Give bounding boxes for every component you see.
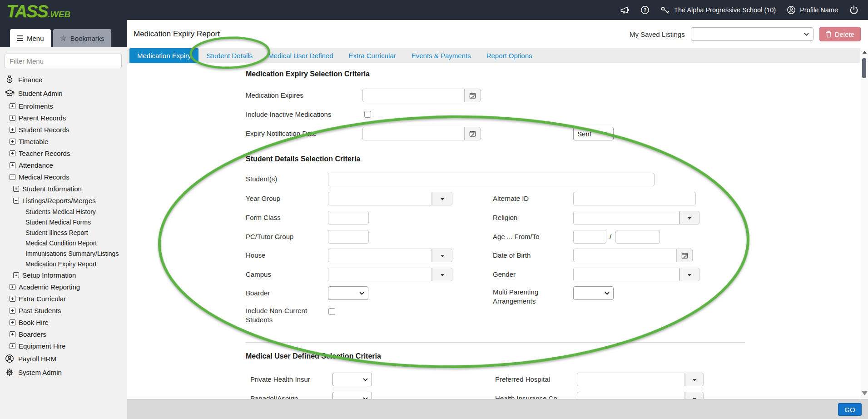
sidebar-item-students-medical-history[interactable]: Students Medical History <box>0 206 127 217</box>
religion-dropdown-button[interactable] <box>680 211 699 224</box>
gender-input[interactable] <box>573 268 680 281</box>
private-health-select[interactable] <box>332 373 372 386</box>
filter-menu-input[interactable] <box>5 54 122 68</box>
sidebar-item-label: Payroll HRM <box>18 355 56 363</box>
scroll-up-icon[interactable] <box>860 49 868 55</box>
sidebar-item-immunisations-summary-listings[interactable]: Immunisations Summary/Listings <box>0 248 127 259</box>
help-icon[interactable]: ? <box>640 5 650 15</box>
go-button[interactable]: GO <box>838 403 862 416</box>
expand-icon[interactable]: + <box>10 308 15 314</box>
expand-icon[interactable]: + <box>10 162 15 168</box>
sidebar-item-past-students[interactable]: +Past Students <box>0 304 127 316</box>
expand-icon[interactable]: + <box>13 272 19 278</box>
sidebar-item-medication-expiry-report[interactable]: Medication Expiry Report <box>0 259 127 269</box>
sidebar-item-equipment-hire[interactable]: +Equipment Hire <box>0 340 127 352</box>
include-non-current-checkbox[interactable] <box>328 308 335 315</box>
sidebar-item-attendance[interactable]: +Attendance <box>0 159 127 171</box>
pc-tutor-group-input[interactable] <box>328 230 369 244</box>
sidebar-item-student-illness-report[interactable]: Student Illness Report <box>0 227 127 238</box>
tass-logo[interactable]: TASS.WEB <box>6 2 70 21</box>
sidebar-item-student-records[interactable]: +Student Records <box>0 124 127 135</box>
date-of-birth-input[interactable] <box>573 249 677 262</box>
medication-expires-input[interactable] <box>362 89 465 102</box>
sidebar-item-medical-records[interactable]: −Medical Records <box>0 171 127 183</box>
sidebar-item-extra-curricular[interactable]: +Extra Curricular <box>0 293 127 304</box>
section-divider <box>246 342 745 343</box>
sidebar-item-system-admin[interactable]: System Admin <box>0 365 127 379</box>
scrollbar-thumb[interactable] <box>862 58 866 78</box>
scroll-down-icon[interactable] <box>860 390 868 396</box>
expand-icon[interactable]: + <box>10 115 15 121</box>
expiry-notification-input[interactable] <box>362 127 465 140</box>
year-group-dropdown-button[interactable] <box>432 192 452 205</box>
sidebar-item-listings-reports-merges[interactable]: −Listings/Reports/Merges <box>0 195 127 206</box>
sidebar-item-timetable[interactable]: +Timetable <box>0 135 127 147</box>
include-inactive-checkbox[interactable] <box>364 111 371 118</box>
tab-medication-expiry[interactable]: Medication Expiry <box>129 48 198 63</box>
preferred-hospital-input[interactable] <box>577 373 685 386</box>
school-switcher[interactable]: The Alpha Progressive School (10) <box>660 6 776 15</box>
page-title: Medication Expiry Report <box>134 20 220 48</box>
vertical-scrollbar[interactable] <box>860 48 868 399</box>
expand-icon[interactable]: + <box>10 150 15 156</box>
saved-listings-select[interactable] <box>691 27 813 41</box>
sidebar-item-setup-information[interactable]: +Setup Information <box>0 269 127 281</box>
religion-input[interactable] <box>573 211 680 224</box>
tab-extra-curricular[interactable]: Extra Curricular <box>341 48 404 63</box>
age-to-input[interactable] <box>615 230 660 244</box>
house-input[interactable] <box>328 249 432 262</box>
sidebar-item-book-hire[interactable]: +Book Hire <box>0 316 127 328</box>
collapse-icon[interactable]: − <box>13 198 19 204</box>
multi-parenting-select[interactable] <box>573 286 614 300</box>
expand-icon[interactable]: + <box>10 331 15 337</box>
expand-icon[interactable]: + <box>10 343 15 349</box>
dropdown-arrow-icon <box>688 274 691 278</box>
menu-tab[interactable]: Menu <box>10 29 51 47</box>
expand-icon[interactable]: + <box>10 319 15 325</box>
date-of-birth-calendar-button[interactable] <box>677 249 693 262</box>
expand-icon[interactable]: + <box>10 139 15 145</box>
profile-menu[interactable]: Profile Name <box>787 5 838 15</box>
sidebar-item-medical-condition-report[interactable]: Medical Condition Report <box>0 238 127 248</box>
logout-power-icon[interactable] <box>849 5 859 15</box>
gender-dropdown-button[interactable] <box>680 268 699 281</box>
tab-student-details[interactable]: Student Details <box>198 48 260 63</box>
students-input[interactable] <box>328 173 655 186</box>
sidebar-item-student-admin[interactable]: Student Admin <box>0 86 127 100</box>
tab-report-options[interactable]: Report Options <box>479 48 540 63</box>
sidebar-item-academic-reporting[interactable]: +Academic Reporting <box>0 281 127 293</box>
expand-icon[interactable]: + <box>10 127 15 133</box>
sidebar-item-student-medical-forms[interactable]: Student Medical Forms <box>0 217 127 227</box>
preferred-hospital-dropdown-button[interactable] <box>685 373 704 386</box>
expand-icon[interactable]: + <box>10 284 15 290</box>
medication-expires-calendar-button[interactable] <box>465 89 481 102</box>
sidebar-item-payroll-hrm[interactable]: Payroll HRM <box>0 352 127 365</box>
chevron-down-icon <box>363 378 368 381</box>
hamburger-icon <box>17 34 23 42</box>
sent-select[interactable]: Sent <box>573 127 614 140</box>
expand-icon[interactable]: + <box>13 186 19 192</box>
campus-dropdown-button[interactable] <box>432 268 452 281</box>
tab-events-payments[interactable]: Events & Payments <box>404 48 479 63</box>
collapse-icon[interactable]: − <box>10 174 15 180</box>
bookmarks-tab[interactable]: ☆ Bookmarks <box>53 29 111 47</box>
year-group-input[interactable] <box>328 192 432 205</box>
expiry-notification-calendar-button[interactable] <box>465 127 481 140</box>
sidebar-item-teacher-records[interactable]: +Teacher Records <box>0 147 127 159</box>
boarder-select[interactable] <box>328 286 368 300</box>
delete-button[interactable]: Delete <box>819 27 861 41</box>
campus-input[interactable] <box>328 268 432 281</box>
sidebar-item-parent-records[interactable]: +Parent Records <box>0 112 127 124</box>
form-class-input[interactable] <box>328 211 369 224</box>
sidebar-item-student-information[interactable]: +Student Information <box>0 183 127 195</box>
sidebar-item-finance[interactable]: $Finance <box>0 73 127 86</box>
sidebar-item-enrolments[interactable]: +Enrolments <box>0 100 127 112</box>
expand-icon[interactable]: + <box>10 103 15 109</box>
expand-icon[interactable]: + <box>10 296 15 302</box>
announcements-icon[interactable] <box>620 6 630 15</box>
age-from-input[interactable] <box>573 230 606 244</box>
tab-medical-user-defined[interactable]: Medical User Defined <box>260 48 341 63</box>
sidebar-item-boarders[interactable]: +Boarders <box>0 328 127 340</box>
house-dropdown-button[interactable] <box>432 249 452 262</box>
alternate-id-input[interactable] <box>573 192 696 205</box>
